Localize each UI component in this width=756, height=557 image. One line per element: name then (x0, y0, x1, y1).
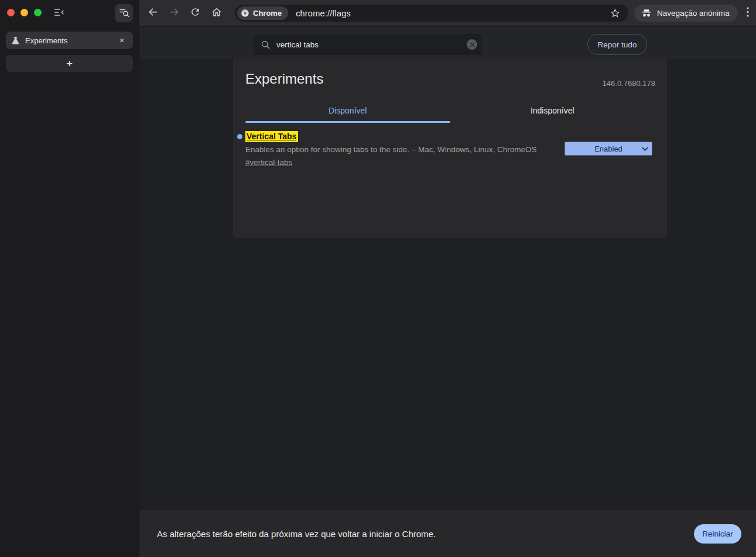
sidebar-tab-experiments[interactable]: Experiments × (6, 32, 133, 49)
star-icon (610, 11, 621, 20)
incognito-icon (641, 8, 652, 19)
flags-page-header: Repor tudo (139, 26, 756, 59)
experiments-tabs: Disponível Indisponível (245, 99, 655, 122)
flag-permalink[interactable]: #vertical-tabs (245, 158, 292, 167)
flag-bullet-dot (237, 134, 242, 139)
search-icon (261, 40, 271, 50)
tab-search-icon (118, 6, 130, 20)
browser-menu-button[interactable] (741, 6, 754, 19)
clear-search-button[interactable] (467, 39, 477, 50)
site-chip-label: Chrome (253, 9, 282, 18)
plus-icon: + (66, 58, 73, 69)
three-dot-menu-icon (747, 7, 749, 19)
restart-message: As alterações terão efeito da próxima ve… (157, 529, 436, 539)
window-minimize-button[interactable] (20, 9, 28, 16)
home-icon (211, 6, 223, 20)
browser-main-area: Chrome chrome://flags (139, 0, 756, 557)
url-text: chrome://flags (296, 9, 351, 18)
flags-search-input[interactable] (276, 40, 462, 49)
vertical-tabs-sidebar: Experiments × + (0, 0, 139, 557)
chrome-logo-icon (241, 9, 249, 18)
window-close-button[interactable] (7, 9, 15, 16)
tab-search-button[interactable] (115, 4, 133, 22)
incognito-label: Navegação anónima (657, 9, 730, 18)
active-tab-underline (245, 121, 450, 123)
reload-button[interactable] (187, 5, 203, 21)
flag-select-value: Enabled (594, 145, 622, 153)
sidebar-tab-title: Experiments (25, 36, 111, 45)
reset-all-button[interactable]: Repor tudo (587, 34, 647, 55)
site-info-chip[interactable]: Chrome (237, 6, 288, 20)
collapse-sidebar-button[interactable] (52, 6, 66, 20)
collapse-sidebar-icon (53, 6, 66, 21)
tab-available-label: Disponível (329, 106, 367, 115)
chevron-down-icon (642, 147, 648, 152)
page-title: Experiments (245, 71, 323, 87)
window-zoom-button[interactable] (34, 9, 42, 16)
address-bar[interactable]: Chrome chrome://flags (235, 5, 628, 22)
tab-unavailable[interactable]: Indisponível (450, 99, 655, 122)
close-tab-icon[interactable]: × (117, 35, 127, 46)
flags-page-body: Experiments 146.0.7680.178 Disponível In… (139, 59, 756, 510)
flags-search-field[interactable] (254, 34, 482, 55)
restart-button[interactable]: Reiniciar (694, 524, 741, 544)
browser-toolbar: Chrome chrome://flags (139, 0, 756, 26)
restart-bar: As alterações terão efeito da próxima ve… (139, 510, 756, 557)
reload-icon (190, 6, 201, 20)
new-tab-button[interactable]: + (6, 55, 133, 72)
back-arrow-icon (147, 6, 159, 20)
sidebar-header (0, 0, 139, 26)
forward-button[interactable] (166, 5, 182, 21)
home-button[interactable] (208, 5, 224, 21)
flask-icon (11, 36, 20, 45)
tab-available[interactable]: Disponível (245, 99, 450, 122)
chrome-version: 146.0.7680.178 (603, 79, 655, 88)
forward-arrow-icon (168, 6, 180, 20)
experiments-card: Experiments 146.0.7680.178 Disponível In… (233, 59, 667, 238)
flag-name-highlighted: Vertical Tabs (245, 131, 298, 142)
bookmark-star-button[interactable] (610, 8, 621, 19)
flag-description: Enables an option for showing tabs to th… (245, 145, 537, 154)
flag-value-select[interactable]: Enabled (565, 142, 652, 156)
back-button[interactable] (145, 5, 161, 21)
tab-unavailable-label: Indisponível (531, 106, 574, 115)
incognito-badge[interactable]: Navegação anónima (634, 5, 738, 22)
clear-x-icon (470, 42, 475, 47)
